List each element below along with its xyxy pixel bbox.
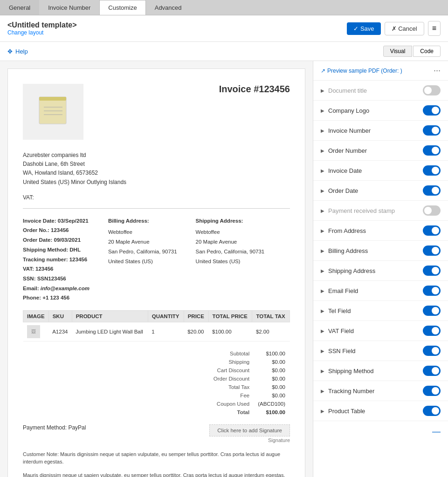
tab-general[interactable]: General xyxy=(0,0,39,15)
ssn-field-toggle[interactable] xyxy=(423,346,441,356)
shipping-address-slider xyxy=(423,266,441,276)
company-name: Azurebster companies ltd xyxy=(23,151,290,160)
vat-label: VAT: xyxy=(23,266,34,272)
email-row: Email: info@example.com xyxy=(23,284,90,293)
settings-bottom: — xyxy=(313,421,448,442)
settings-item-left: ▶ Payment received stamp xyxy=(321,207,395,214)
change-layout-link[interactable]: Change layout xyxy=(7,29,76,36)
payment-stamp-slider xyxy=(423,205,441,216)
expand-all-icon[interactable]: — xyxy=(432,427,441,436)
code-view-button[interactable]: Code xyxy=(413,46,441,57)
order-no-val: 123456 xyxy=(51,227,69,233)
save-button[interactable]: ✓ Save xyxy=(347,22,380,35)
coupon-val: (ABCD100) xyxy=(254,400,289,408)
help-link[interactable]: ✥ Help xyxy=(7,48,28,55)
main-container: <Untitled template> Change layout ✓ Save… xyxy=(0,15,448,477)
company-logo-toggle[interactable] xyxy=(423,105,441,116)
payment-stamp-toggle[interactable] xyxy=(423,205,441,216)
order-date-toggle[interactable] xyxy=(423,185,441,196)
visual-view-button[interactable]: Visual xyxy=(383,46,412,57)
expand-arrow-icon[interactable]: ▶ xyxy=(321,208,324,213)
invoice-number-display: Invoice #123456 xyxy=(219,84,290,95)
expand-arrow-icon[interactable]: ▶ xyxy=(321,328,324,334)
document-title-toggle[interactable] xyxy=(423,85,441,95)
from-address-label: From Address xyxy=(328,227,366,234)
invoice-paper: Invoice #123456 Azurebster companies ltd… xyxy=(7,68,305,477)
expand-arrow-icon[interactable]: ▶ xyxy=(321,388,324,394)
expand-arrow-icon[interactable]: ▶ xyxy=(321,188,324,193)
tab-advanced[interactable]: Advanced xyxy=(146,0,191,15)
expand-arrow-icon[interactable]: ▶ xyxy=(321,288,324,293)
vat-val: 123456 xyxy=(35,266,53,272)
shipping-method-toggle[interactable] xyxy=(423,366,441,376)
expand-arrow-icon[interactable]: ▶ xyxy=(321,108,324,113)
settings-item-left: ▶ Company Logo xyxy=(321,107,369,114)
col-sku: SKU xyxy=(48,310,72,322)
expand-arrow-icon[interactable]: ▶ xyxy=(321,88,324,93)
signature-button[interactable]: Click here to add Signature xyxy=(209,424,290,436)
settings-item-left: ▶ Billing Address xyxy=(321,247,368,254)
more-button[interactable]: ≡ xyxy=(428,21,441,36)
settings-item-left: ▶ Order Number xyxy=(321,147,367,154)
row-product: Jumbing LED Light Wall Ball xyxy=(72,322,148,341)
settings-item-billing-address: ▶ Billing Address xyxy=(313,241,448,261)
shipping-addr1: 20 Maple Avenue xyxy=(196,237,265,247)
cart-discount-label: Cart Discount xyxy=(210,367,253,374)
invoice-number-toggle[interactable] xyxy=(423,125,441,136)
from-address-toggle[interactable] xyxy=(423,225,441,236)
total-row-shipping: Shipping$0.00 xyxy=(210,358,289,366)
ssn-field-label: SSN Field xyxy=(328,348,356,354)
subtotal-label: Subtotal xyxy=(210,350,253,357)
settings-item-ssn-field: ▶ SSN Field xyxy=(313,341,448,361)
settings-item-shipping-method: ▶ Shipping Method xyxy=(313,361,448,381)
tracking-number-toggle[interactable] xyxy=(423,386,441,396)
expand-arrow-icon[interactable]: ▶ xyxy=(321,228,324,233)
col-total-tax: TOTAL TAX xyxy=(252,310,290,322)
product-table-toggle[interactable] xyxy=(423,406,441,416)
billing-address-toggle[interactable] xyxy=(423,245,441,256)
product-table-label: Product Table xyxy=(328,408,365,415)
total-tax-val: $0.00 xyxy=(254,383,289,391)
expand-arrow-icon[interactable]: ▶ xyxy=(321,268,324,273)
settings-item-shipping-address: ▶ Shipping Address xyxy=(313,261,448,281)
cancel-button[interactable]: ✗ Cancel xyxy=(385,22,424,35)
settings-more-button[interactable]: ··· xyxy=(434,66,441,75)
vat-field-toggle[interactable] xyxy=(423,326,441,336)
invoice-date-row: Invoice Date: 03/Sep/2021 xyxy=(23,216,90,226)
fee-label: Fee xyxy=(210,392,253,399)
billing-country: United States (US) xyxy=(108,257,177,266)
expand-arrow-icon[interactable]: ▶ xyxy=(321,168,324,173)
tab-customize[interactable]: Customize xyxy=(99,0,145,15)
expand-arrow-icon[interactable]: ▶ xyxy=(321,409,324,414)
shipping-name: Webtoffee xyxy=(196,227,265,237)
shipping-val: $0.00 xyxy=(254,358,289,366)
settings-item-email-field: ▶ Email Field xyxy=(313,281,448,301)
payment-method: Payment Method: PayPal xyxy=(23,424,86,431)
preview-pdf-link[interactable]: ↗ Preview sample PDF (Order: ) xyxy=(321,68,402,74)
coupon-label: Coupon Used xyxy=(210,400,253,408)
content-area: Invoice #123456 Azurebster companies ltd… xyxy=(0,61,448,477)
tel-field-toggle[interactable] xyxy=(423,306,441,316)
tab-invoice-number[interactable]: Invoice Number xyxy=(39,0,99,15)
row-quantity: 1 xyxy=(148,322,184,341)
toolbar: ✥ Help Visual Code xyxy=(0,42,448,61)
expand-arrow-icon[interactable]: ▶ xyxy=(321,248,324,253)
from-address-slider xyxy=(423,225,441,236)
row-image: 🖼 xyxy=(23,322,49,341)
email-field-toggle[interactable] xyxy=(423,286,441,296)
settings-item-invoice-date: ▶ Invoice Date xyxy=(313,161,448,181)
settings-item-from-address: ▶ From Address xyxy=(313,221,448,241)
view-toggle: Visual Code xyxy=(383,46,441,57)
col-image: IMAGE xyxy=(23,310,49,322)
expand-arrow-icon[interactable]: ▶ xyxy=(321,148,324,153)
order-number-toggle[interactable] xyxy=(423,145,441,156)
expand-arrow-icon[interactable]: ▶ xyxy=(321,368,324,374)
ssn-row: SSN: SSN123456 xyxy=(23,274,90,284)
order-date-row: Order Date: 09/03/2021 xyxy=(23,235,90,245)
expand-arrow-icon[interactable]: ▶ xyxy=(321,308,324,313)
settings-item-product-table: ▶ Product Table xyxy=(313,401,448,421)
shipping-address-toggle[interactable] xyxy=(423,266,441,276)
expand-arrow-icon[interactable]: ▶ xyxy=(321,348,324,354)
invoice-date-toggle[interactable] xyxy=(423,165,441,176)
expand-arrow-icon[interactable]: ▶ xyxy=(321,128,324,133)
